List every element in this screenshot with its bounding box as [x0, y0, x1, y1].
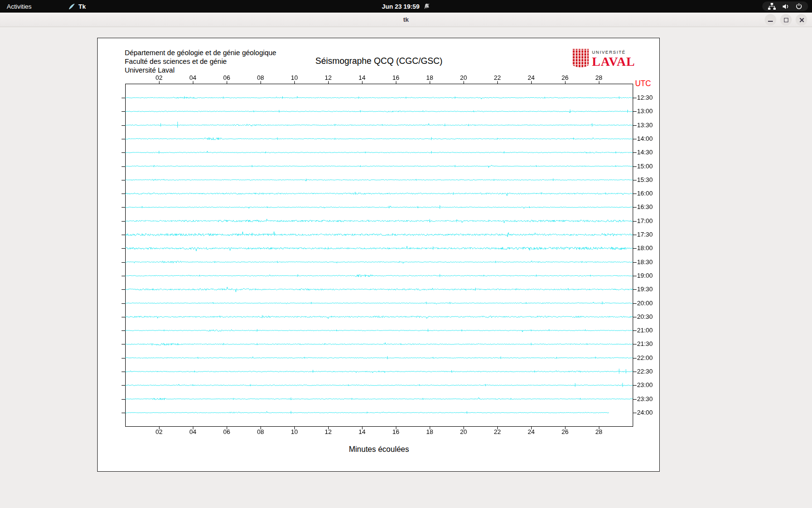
- x-tick-label-bottom: 22: [494, 428, 501, 435]
- utc-time-label: 22:00: [637, 354, 653, 361]
- minimize-button[interactable]: [765, 14, 776, 26]
- activities-label: Activities: [7, 3, 31, 10]
- window-controls: [765, 14, 807, 26]
- x-tick-label-top: 02: [156, 74, 162, 81]
- utc-time-label: 17:30: [637, 231, 653, 238]
- power-icon: [796, 3, 802, 10]
- x-tick-label-top: 16: [392, 74, 399, 81]
- utc-time-label: 19:30: [637, 285, 653, 293]
- close-icon: [799, 17, 804, 23]
- x-tick-label-bottom: 18: [426, 428, 433, 435]
- x-tick-label-top: 22: [494, 74, 501, 81]
- window-title: tk: [403, 16, 409, 23]
- maximize-icon: [784, 18, 788, 22]
- top-bar: Activities Tk Jun 23 19:59: [0, 0, 812, 13]
- x-tick-label-bottom: 20: [460, 428, 467, 435]
- utc-time-label: 14:30: [637, 149, 653, 156]
- minimize-icon: [768, 21, 773, 22]
- x-tick-label-top: 18: [426, 74, 433, 81]
- laval-logo-line1: UNIVERSITÉ: [592, 50, 635, 55]
- x-tick-label-bottom: 24: [528, 428, 535, 435]
- utc-time-label: 20:30: [637, 313, 653, 320]
- laval-logo-shield-icon: [573, 49, 589, 67]
- page-title: Séismographe QCQ (CGC/GSC): [125, 56, 633, 66]
- header-line-3: Université Laval: [125, 66, 276, 75]
- utc-time-label: 14:00: [637, 135, 653, 142]
- utc-time-label: 19:00: [637, 272, 653, 279]
- close-button[interactable]: [796, 14, 807, 26]
- x-tick-label-bottom: 04: [189, 428, 196, 435]
- x-tick-label-top: 20: [460, 74, 467, 81]
- utc-time-label: 23:00: [637, 381, 653, 388]
- utc-time-label: 24:00: [637, 409, 653, 416]
- x-tick-label-bottom: 26: [562, 428, 568, 435]
- utc-time-label: 18:30: [637, 258, 653, 266]
- tk-app-icon: [68, 3, 75, 10]
- utc-time-label: 17:00: [637, 217, 653, 224]
- x-tick-label-top: 10: [291, 74, 298, 81]
- notifications-muted-icon: [423, 3, 430, 10]
- clock-label: Jun 23 19:59: [382, 3, 420, 10]
- utc-time-label: 13:00: [637, 107, 653, 115]
- activities-button[interactable]: Activities: [0, 0, 38, 13]
- x-tick-label-bottom: 10: [291, 428, 298, 435]
- clock-menu[interactable]: Jun 23 19:59: [382, 0, 430, 13]
- x-tick-label-bottom: 14: [359, 428, 365, 435]
- volume-icon: [782, 3, 789, 10]
- utc-time-label: 12:30: [637, 94, 653, 101]
- utc-time-label: 22:30: [637, 368, 653, 375]
- utc-time-label: 15:30: [637, 176, 653, 183]
- x-tick-label-top: 14: [359, 74, 365, 81]
- x-tick-label-bottom: 12: [325, 428, 332, 435]
- x-tick-label-bottom: 16: [392, 428, 399, 435]
- utc-time-label: 15:00: [637, 163, 653, 170]
- laval-logo-text: UNIVERSITÉ LAVAL: [592, 49, 635, 68]
- x-tick-label-top: 06: [223, 74, 230, 81]
- utc-time-label: 16:30: [637, 203, 653, 210]
- x-tick-label-top: 28: [595, 74, 602, 81]
- laval-logo-line2: LAVAL: [592, 56, 635, 68]
- x-tick-label-bottom: 28: [595, 428, 602, 435]
- system-status-menu[interactable]: [762, 1, 808, 11]
- x-axis-label: Minutes écoulées: [125, 445, 633, 454]
- laval-logo: UNIVERSITÉ LAVAL: [573, 49, 635, 68]
- x-tick-label-bottom: 06: [223, 428, 230, 435]
- utc-time-label: 20:00: [637, 299, 653, 307]
- utc-time-label: 23:30: [637, 395, 653, 403]
- seismogram-canvas: [121, 80, 638, 434]
- taskbar-app-tk[interactable]: Tk: [68, 3, 86, 10]
- utc-time-label: 18:00: [637, 244, 653, 252]
- x-tick-label-top: 24: [528, 74, 535, 81]
- x-tick-label-top: 26: [562, 74, 568, 81]
- taskbar-app-label: Tk: [78, 3, 86, 10]
- utc-time-label: 13:30: [637, 121, 653, 129]
- x-tick-label-top: 08: [257, 74, 264, 81]
- x-tick-label-top: 12: [325, 74, 332, 81]
- x-tick-label-top: 04: [189, 74, 196, 81]
- x-tick-label-bottom: 02: [156, 428, 162, 435]
- network-icon: [768, 3, 776, 10]
- utc-time-label: 21:00: [637, 327, 653, 334]
- x-tick-label-bottom: 08: [257, 428, 264, 435]
- maximize-button[interactable]: [780, 14, 792, 26]
- window-titlebar[interactable]: tk: [0, 13, 812, 27]
- utc-time-label: 21:30: [637, 340, 653, 347]
- plot-panel: Département de géologie et de génie géol…: [97, 38, 660, 472]
- utc-time-label: 16:00: [637, 190, 653, 197]
